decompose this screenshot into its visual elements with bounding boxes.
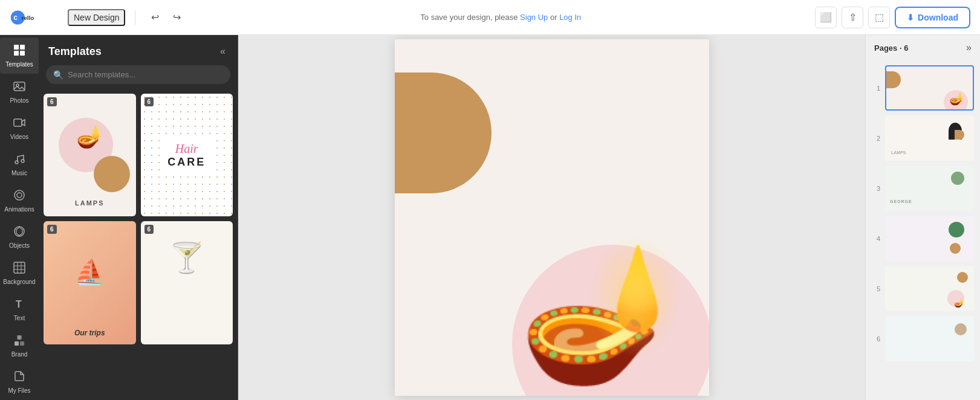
my-files-icon (13, 370, 26, 385)
t1-lamp: 🪔 (949, 91, 964, 106)
topbar: c rello New Design ↩ ↪ To save your desi… (0, 0, 980, 35)
svg-rect-15 (14, 262, 25, 273)
sidebar-item-photos[interactable]: Photos (0, 74, 39, 110)
card-lamps-circle-tan (94, 156, 130, 192)
page-item-6[interactable]: 6 (872, 314, 974, 364)
svg-rect-4 (20, 45, 25, 50)
sidebar-item-brand-kit[interactable]: Brand (0, 327, 39, 364)
page-item-3[interactable]: 3 GEORGE (872, 163, 974, 213)
page-thumb-1-content: 🪔 (886, 66, 973, 109)
page-number-2: 2 (872, 135, 880, 142)
search-input[interactable] (46, 65, 230, 84)
svg-point-11 (21, 160, 24, 163)
page-thumb-1[interactable]: 🪔 (885, 65, 974, 111)
music-icon (13, 152, 26, 167)
template-badge-trips: 6 (47, 225, 57, 234)
share-button[interactable]: ⇧ (842, 7, 863, 28)
page-thumb-2-content: LAMPS (886, 117, 973, 160)
sidebar-item-my-files[interactable]: My Files (0, 364, 39, 400)
svg-rect-7 (14, 82, 25, 91)
photos-icon (13, 80, 26, 95)
t2-tan (955, 130, 964, 140)
page-thumb-5[interactable]: 🪔 (885, 266, 974, 311)
expand-pages-button[interactable]: » (966, 42, 972, 53)
template-badge-haircare: 6 (144, 97, 154, 106)
svg-rect-21 (15, 341, 19, 346)
svg-rect-23 (18, 335, 22, 340)
collapse-panel-button[interactable]: « (218, 44, 228, 59)
t1-tan (885, 71, 901, 88)
crello-logo[interactable]: c rello (10, 8, 58, 27)
page-number-1: 1 (872, 85, 880, 92)
svg-rect-3 (14, 45, 19, 50)
template-card-trips[interactable]: 6 ⛵ Our trips (44, 221, 136, 344)
canvas-lamp-icon: 🪔 (519, 245, 685, 378)
template-card-lamps[interactable]: 6 🪔 LAMPS (44, 94, 136, 216)
canvas-area[interactable]: 🪔 (238, 35, 865, 400)
sidebar-videos-label: Videos (10, 134, 28, 140)
undo-redo-group: ↩ ↪ (145, 8, 186, 27)
sidebar-objects-label: Objects (9, 242, 30, 249)
resize-button[interactable]: ⬚ (868, 7, 890, 28)
pages-title: Pages · 6 (874, 44, 908, 53)
card-haircare-text: Hair CARE (160, 137, 213, 173)
page-thumb-4[interactable] (885, 216, 974, 261)
text-icon: T (13, 297, 26, 312)
search-icon: 🔍 (53, 70, 63, 80)
template-card-cocktail[interactable]: 6 🍸 (141, 221, 233, 344)
page-item-1[interactable]: 1 🪔 (872, 63, 974, 113)
panel-header: Templates « (39, 35, 238, 65)
new-design-button[interactable]: New Design (68, 9, 125, 26)
page-thumb-2[interactable]: LAMPS (885, 115, 974, 161)
sidebar-item-objects[interactable]: Objects (0, 219, 39, 255)
page-thumb-3[interactable]: GEORGE (885, 166, 974, 211)
sidebar-brand-kit-label: Brand (11, 351, 28, 358)
panel-title: Templates (48, 45, 102, 58)
save-message: To save your design, please Sign Up or L… (193, 13, 808, 22)
sidebar-music-label: Music (11, 170, 27, 176)
sidebar-my-files-label: My Files (8, 387, 30, 394)
topbar-divider (135, 10, 135, 25)
sidebar-item-videos[interactable]: Videos (0, 110, 39, 146)
svg-point-13 (17, 193, 22, 198)
pages-panel: Pages · 6 » 1 🪔 2 (865, 35, 980, 400)
svg-rect-6 (20, 51, 25, 56)
template-badge-lamps: 6 (47, 97, 57, 106)
card-lamps-lamp-icon: 🪔 (76, 124, 103, 149)
t3-text: GEORGE (890, 199, 912, 204)
templates-panel: Templates « 🔍 6 🪔 LAMPS 6 Hair CARE (39, 35, 238, 400)
undo-button[interactable]: ↩ (145, 8, 164, 27)
templates-icon (13, 44, 26, 59)
card-haircare-care: CARE (167, 156, 206, 169)
svg-point-12 (15, 190, 24, 200)
page-thumb-6[interactable] (885, 316, 974, 361)
sidebar-item-animations[interactable]: Animations (0, 182, 39, 219)
sidebar-item-background[interactable]: Background (0, 255, 39, 291)
t4-green (949, 222, 964, 237)
present-button[interactable]: ⬜ (815, 7, 837, 28)
page-item-5[interactable]: 5 🪔 (872, 263, 974, 314)
svg-rect-9 (14, 119, 22, 126)
canvas-wrapper: 🪔 (395, 39, 709, 396)
brand-kit-icon (13, 334, 26, 349)
page-thumb-6-content (886, 317, 973, 360)
t2-text: LAMPS (891, 150, 906, 155)
template-card-haircare[interactable]: 6 Hair CARE (141, 94, 233, 216)
sidebar-item-templates[interactable]: Templates (0, 37, 39, 74)
page-item-2[interactable]: 2 LAMPS (872, 113, 974, 163)
page-number-5: 5 (872, 285, 880, 292)
svg-text:rello: rello (22, 15, 34, 21)
sidebar-text-label: Text (14, 315, 25, 321)
download-button[interactable]: ⬇ Download (895, 7, 970, 28)
log-in-link[interactable]: Log In (559, 13, 581, 22)
page-item-4[interactable]: 4 (872, 213, 974, 263)
icon-sidebar: Templates Photos Videos (0, 35, 39, 400)
objects-icon (13, 225, 26, 240)
page-thumb-3-content: GEORGE (886, 167, 973, 210)
sidebar-item-text[interactable]: T Text (0, 291, 39, 327)
redo-button[interactable]: ↪ (167, 8, 186, 27)
download-icon: ⬇ (907, 13, 914, 22)
topbar-right-actions: ⬜ ⇧ ⬚ ⬇ Download (815, 7, 970, 28)
sidebar-item-music[interactable]: Music (0, 146, 39, 182)
sign-up-link[interactable]: Sign Up (520, 13, 548, 22)
